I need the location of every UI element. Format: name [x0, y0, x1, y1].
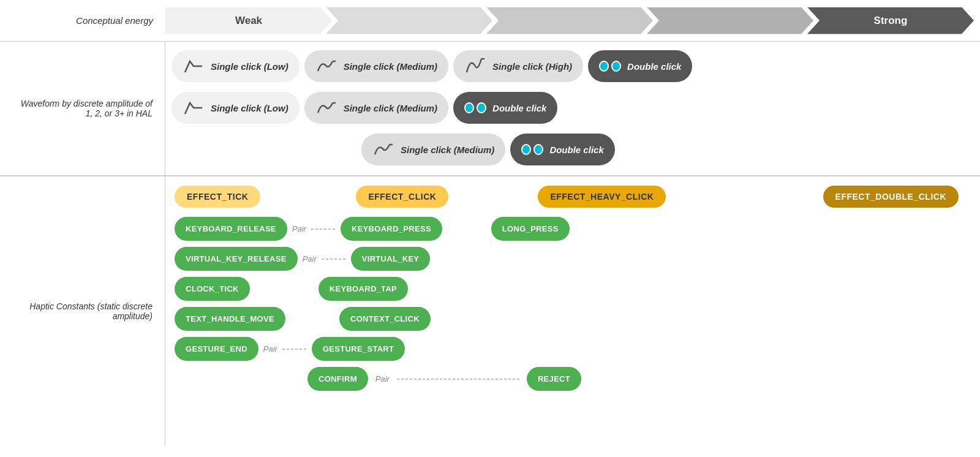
energy-seg-4: [647, 7, 813, 34]
pill-medium-2: Single click (Medium): [304, 92, 448, 124]
confirm-btn[interactable]: CONFIRM: [307, 367, 368, 391]
energy-seg-5: Strong: [807, 7, 974, 34]
effect-heavy-badge: EFFECT_HEAVY_CLICK: [538, 186, 666, 208]
waveform-section: Waveform by discrete amplitude of 1, 2, …: [0, 42, 980, 176]
text-handle-move-btn[interactable]: TEXT_HANDLE_MOVE: [175, 307, 285, 331]
conceptual-energy-label: Conceptual energy: [0, 15, 165, 26]
weak-label: Weak: [235, 15, 262, 27]
pill-medium-3: Single click (Medium): [361, 134, 505, 165]
double-dot-icon-3: [521, 138, 543, 161]
virtual-key-release-btn[interactable]: VIRTUAL_KEY_RELEASE: [175, 247, 298, 271]
gesture-start-btn[interactable]: GESTURE_START: [312, 337, 405, 361]
virtual-key-btn[interactable]: VIRTUAL_KEY: [351, 247, 431, 271]
waveform-row-1: Single click (Low) Single click (Medium): [172, 48, 974, 85]
long-press-btn[interactable]: LONG_PRESS: [491, 217, 570, 241]
double-dot-icon-2: [464, 97, 486, 119]
pill-double-3-text: Double click: [549, 145, 603, 155]
energy-bar-container: Weak Strong: [165, 7, 980, 34]
low-wave-icon-2: [183, 97, 205, 119]
effect-row: EFFECT_TICK EFFECT_CLICK EFFECT_HEAVY_CL…: [175, 186, 971, 208]
pill-medium-1: Single click (Medium): [304, 50, 448, 82]
pill-high-1: Single click (High): [453, 50, 583, 82]
constants-grid: KEYBOARD_RELEASE Pair KEYBOARD_PRESS LON…: [175, 217, 971, 391]
text-context-row: TEXT_HANDLE_MOVE CONTEXT_CLICK: [175, 307, 971, 331]
pill-double-3: Double click: [510, 134, 614, 165]
dot-3b: [533, 144, 543, 155]
pill-low-2: Single click (Low): [172, 92, 300, 124]
keyboard-pair-row: KEYBOARD_RELEASE Pair KEYBOARD_PRESS LON…: [175, 217, 971, 241]
pill-low-1-text: Single click (Low): [211, 61, 288, 72]
virtual-key-pair-row: VIRTUAL_KEY_RELEASE Pair VIRTUAL_KEY: [175, 247, 971, 271]
pill-double-2: Double click: [453, 92, 557, 124]
waveform-row-2: Single click (Low) Single click (Medium): [172, 89, 974, 126]
pill-medium-2-text: Single click (Medium): [344, 103, 437, 113]
dot-2b: [477, 102, 486, 113]
medium-wave-icon-2: [315, 97, 337, 119]
clock-tick-btn[interactable]: CLOCK_TICK: [175, 277, 250, 301]
gesture-pair-row: GESTURE_END Pair GESTURE_START: [175, 337, 971, 361]
dot-1b: [611, 61, 621, 72]
pill-double-1: Double click: [588, 50, 692, 82]
haptic-label: Haptic Constants (static discrete amplit…: [0, 176, 165, 446]
haptic-content: EFFECT_TICK EFFECT_CLICK EFFECT_HEAVY_CL…: [165, 176, 980, 446]
waveform-label: Waveform by discrete amplitude of 1, 2, …: [0, 42, 165, 175]
keyboard-tap-btn[interactable]: KEYBOARD_TAP: [318, 277, 408, 301]
dot-3a: [521, 144, 531, 155]
clock-keyboard-tap-row: CLOCK_TICK KEYBOARD_TAP: [175, 277, 971, 301]
haptic-section: Haptic Constants (static discrete amplit…: [0, 176, 980, 446]
energy-seg-2: [326, 7, 492, 34]
pair-label-keyboard: Pair: [292, 224, 306, 233]
medium-wave-icon-1: [315, 55, 337, 77]
high-wave-icon-1: [464, 55, 486, 77]
effect-click-badge: EFFECT_CLICK: [356, 186, 448, 208]
arrow-bar: Weak Strong: [165, 7, 974, 34]
dot-2a: [464, 102, 474, 113]
pair-label-confirm: Pair: [375, 374, 390, 383]
low-wave-icon-1: [183, 55, 205, 77]
strong-label: Strong: [874, 15, 908, 27]
waveform-row-3: Single click (Medium) Double click: [172, 131, 974, 168]
pill-double-1-text: Double click: [627, 61, 681, 72]
effect-double-badge: EFFECT_DOUBLE_CLICK: [823, 186, 959, 208]
energy-seg-1: Weak: [165, 7, 332, 34]
dot-1a: [599, 61, 609, 72]
reject-btn[interactable]: REJECT: [527, 367, 581, 391]
pair-label-gesture: Pair: [263, 344, 277, 353]
pill-medium-3-text: Single click (Medium): [401, 145, 494, 155]
energy-section: Conceptual energy Weak Strong: [0, 0, 980, 42]
effect-tick-badge: EFFECT_TICK: [175, 186, 260, 208]
main-container: Conceptual energy Weak Strong Waveform b…: [0, 0, 980, 446]
keyboard-release-btn[interactable]: KEYBOARD_RELEASE: [175, 217, 287, 241]
gesture-end-btn[interactable]: GESTURE_END: [175, 337, 258, 361]
pill-medium-1-text: Single click (Medium): [344, 61, 437, 72]
pill-low-1: Single click (Low): [172, 50, 300, 82]
pill-low-2-text: Single click (Low): [211, 103, 288, 113]
confirm-reject-row: CONFIRM Pair REJECT: [175, 367, 971, 391]
double-dot-icon-1: [599, 55, 621, 77]
context-click-btn[interactable]: CONTEXT_CLICK: [339, 307, 431, 331]
pill-double-2-text: Double click: [492, 103, 546, 113]
pair-label-virtual: Pair: [303, 254, 317, 263]
keyboard-press-btn[interactable]: KEYBOARD_PRESS: [341, 217, 442, 241]
energy-seg-3: [486, 7, 653, 34]
waveform-content: Single click (Low) Single click (Medium): [165, 42, 980, 175]
pill-high-1-text: Single click (High): [492, 61, 572, 72]
medium-wave-icon-3: [372, 138, 394, 161]
